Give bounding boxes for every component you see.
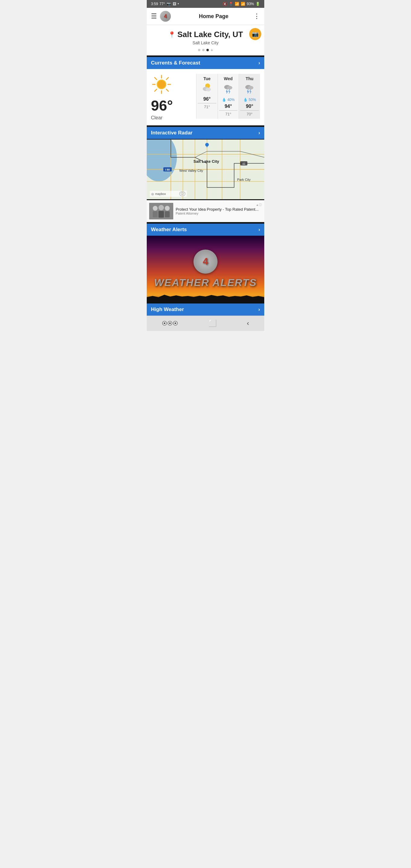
svg-line-5: [166, 89, 168, 91]
advertisement-banner: Protect Your Idea Property - Top Rated P…: [147, 200, 264, 222]
currents-forecast-arrow: ›: [258, 60, 260, 66]
svg-point-14: [227, 86, 232, 90]
alert-logo-number: 4: [203, 256, 208, 267]
high-weather-arrow: ›: [258, 307, 260, 313]
radar-arrow: ›: [258, 130, 260, 135]
ad-subtitle: Patent Attorney: [176, 212, 262, 215]
svg-line-4: [155, 78, 157, 80]
ad-content: Protect Your Idea Property - Top Rated P…: [176, 207, 262, 215]
dot-icon: •: [178, 2, 179, 6]
dot-2[interactable]: [202, 49, 204, 51]
precip-dot-wed: 💧: [222, 98, 226, 102]
map-info-icon[interactable]: ⓘ: [179, 191, 185, 196]
signal-icon: 📶: [241, 2, 245, 6]
page-title: Home Page: [174, 13, 253, 20]
forecast-high-tue: 96°: [198, 96, 216, 102]
forecast-precip-wed: 💧 40%: [219, 98, 238, 102]
svg-text:40: 40: [242, 162, 245, 165]
mute-icon: 🔇: [223, 2, 227, 6]
current-condition: Clear: [151, 115, 162, 121]
status-time: 3:59: [151, 2, 158, 6]
currents-forecast-label: Currents & Forecast: [151, 60, 200, 66]
map-svg: I 80 40 Salt Lake City West Valley City …: [147, 140, 264, 199]
mountain-silhouette: [147, 290, 264, 302]
home-button[interactable]: ⬜: [209, 319, 217, 327]
more-options-button[interactable]: ⋮: [253, 12, 260, 20]
forecast-low-tue: 71°: [198, 103, 216, 109]
svg-point-12: [205, 88, 211, 91]
svg-text:Park City: Park City: [237, 178, 251, 181]
camera-button[interactable]: 📷: [249, 28, 261, 40]
ad-title: Protect Your Idea Property - Top Rated P…: [176, 207, 262, 212]
svg-text:I 80: I 80: [165, 168, 170, 171]
forecast-icon-wed: [219, 83, 238, 96]
forecast-columns: Tue 96° 71° Wed: [196, 74, 260, 119]
svg-point-18: [248, 92, 249, 93]
bottom-nav: ⦿⦿⦿ ⬜ ‹: [147, 315, 264, 331]
status-right: 🔇 📍 📶 📶 93% 🔋: [223, 2, 260, 6]
city-name: Salt Lake City, UT: [178, 30, 243, 39]
currents-forecast-header[interactable]: Currents & Forecast ›: [147, 56, 264, 69]
back-button[interactable]: ‹: [247, 319, 249, 327]
svg-rect-41: [153, 211, 158, 217]
high-weather-label: High Weather: [151, 307, 184, 313]
pin-icon: 📍: [168, 31, 176, 38]
ad-disclosure-icon: ▲ⓘ: [256, 203, 262, 207]
alert-logo: 4: [193, 250, 218, 274]
location-status-icon: 📍: [229, 2, 233, 6]
gallery-icon: 🖼: [173, 2, 176, 6]
forecast-low-thu: 70°: [240, 110, 259, 116]
forecast-col-wed: Wed 💧 40% 94° 71°: [218, 74, 239, 119]
weather-alerts-arrow: ›: [258, 227, 260, 232]
weather-current-section: 96° Clear Tue 96° 71° Wed: [147, 69, 264, 125]
forecast-day-1: Tue: [198, 76, 216, 81]
forecast-icon-thu: [240, 83, 259, 96]
page-dots: +: [150, 48, 261, 53]
wifi-icon: 📶: [235, 2, 239, 6]
ad-image: [149, 203, 173, 219]
svg-text:West Valley City: West Valley City: [179, 169, 203, 173]
mapbox-label: mapbox: [155, 192, 166, 195]
svg-point-40: [153, 206, 158, 211]
svg-point-17: [248, 86, 253, 90]
add-location-button[interactable]: +: [211, 48, 213, 53]
svg-rect-45: [165, 211, 170, 217]
forecast-col-tue: Tue 96° 71°: [196, 74, 218, 119]
radar-label: Interactive Radar: [151, 130, 193, 136]
current-temp: 96°: [151, 97, 173, 114]
status-left: 3:59 77° 📷 🖼 •: [151, 2, 179, 6]
camera-status-icon: 📷: [167, 2, 171, 6]
current-conditions: 96° Clear: [151, 74, 193, 121]
high-weather-header[interactable]: High Weather ›: [147, 303, 264, 315]
weather-alerts-image[interactable]: 4 WEATHER ALERTS: [147, 236, 264, 302]
mapbox-logo-icon: ◎: [151, 192, 154, 195]
svg-point-44: [165, 206, 170, 211]
weather-alerts-label: Weather Alerts: [151, 227, 187, 233]
svg-point-15: [226, 92, 227, 93]
status-temp: 77°: [159, 2, 165, 6]
dot-3-active[interactable]: [207, 49, 209, 51]
weather-alerts-text: WEATHER ALERTS: [154, 277, 257, 288]
forecast-high-thu: 90°: [240, 104, 259, 109]
forecast-col-thu: Thu 💧 50% 90° 70°: [239, 74, 260, 119]
location-city: 📍 Salt Lake City, UT: [150, 30, 261, 39]
ad-thumbnail: [149, 203, 173, 219]
svg-line-6: [166, 78, 168, 80]
recent-apps-button[interactable]: ⦿⦿⦿: [162, 320, 178, 327]
interactive-radar-map[interactable]: I 80 40 Salt Lake City West Valley City …: [147, 139, 264, 199]
location-header: 📷 📍 Salt Lake City, UT Salt Lake City +: [147, 25, 264, 56]
battery-percent: 93%: [247, 2, 254, 6]
hamburger-menu-button[interactable]: ☰: [151, 12, 157, 20]
dot-1[interactable]: [198, 49, 200, 51]
location-subtitle: Salt Lake City: [150, 40, 261, 45]
top-nav: ☰ 4 Home Page ⋮: [147, 8, 264, 25]
forecast-precip-thu: 💧 50%: [240, 98, 259, 102]
radar-header[interactable]: Interactive Radar ›: [147, 126, 264, 139]
svg-line-7: [155, 89, 157, 91]
svg-point-9: [158, 81, 165, 88]
svg-rect-43: [158, 211, 164, 218]
battery-icon: 🔋: [255, 2, 260, 6]
weather-alerts-header[interactable]: Weather Alerts ›: [147, 223, 264, 236]
forecast-day-3: Thu: [240, 76, 259, 81]
forecast-high-wed: 94°: [219, 104, 238, 109]
